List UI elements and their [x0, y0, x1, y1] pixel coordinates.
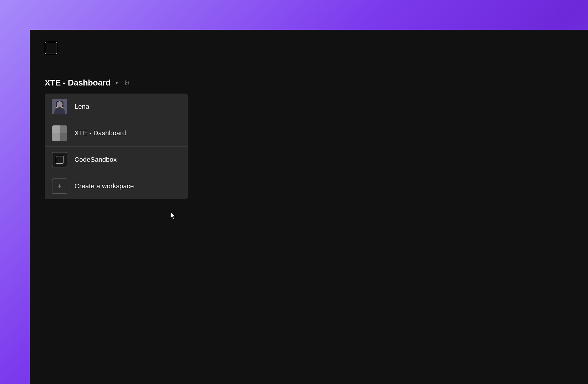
menu-item-lena-label: Lena	[75, 103, 89, 111]
menu-item-lena[interactable]: Lena	[45, 94, 188, 120]
xte-dashboard-icon	[52, 125, 67, 141]
svg-point-1	[54, 111, 66, 114]
app-window: XTE - Dashboard ▾ ⚙	[30, 30, 588, 384]
chevron-down-icon[interactable]: ▾	[115, 80, 118, 86]
svg-rect-11	[52, 125, 67, 133]
lena-avatar	[52, 99, 67, 114]
codesandbox-icon	[52, 152, 67, 167]
plus-symbol: +	[58, 183, 62, 190]
menu-item-codesandbox-label: CodeSandbox	[75, 156, 117, 164]
plus-icon: +	[52, 178, 67, 194]
svg-rect-0	[52, 99, 67, 114]
workspace-header: XTE - Dashboard ▾ ⚙	[45, 78, 164, 88]
svg-point-7	[58, 105, 59, 106]
menu-item-create-workspace[interactable]: + Create a workspace	[45, 173, 188, 199]
sidebar: XTE - Dashboard ▾ ⚙	[30, 30, 179, 384]
svg-point-4	[56, 101, 63, 105]
svg-point-8	[60, 105, 62, 106]
logo-icon[interactable]	[45, 42, 57, 54]
menu-item-create-workspace-label: Create a workspace	[75, 182, 134, 190]
svg-rect-6	[62, 103, 63, 107]
settings-icon[interactable]: ⚙	[124, 79, 130, 87]
menu-item-xte-dashboard-label: XTE - Dashboard	[75, 129, 126, 137]
svg-point-2	[57, 113, 63, 114]
workspace-title: XTE - Dashboard	[45, 78, 111, 88]
svg-rect-5	[56, 103, 57, 107]
menu-item-codesandbox[interactable]: CodeSandbox	[45, 147, 188, 173]
menu-item-xte-dashboard[interactable]: XTE - Dashboard	[45, 120, 188, 147]
mouse-cursor	[170, 212, 177, 220]
codesandbox-inner-square	[56, 156, 63, 164]
workspace-dropdown-menu: Lena XTE - Dashboard CodeSandbox	[45, 94, 188, 199]
